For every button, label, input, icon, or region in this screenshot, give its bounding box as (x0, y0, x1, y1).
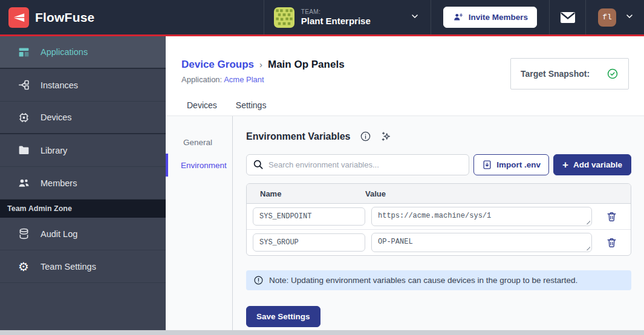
env-variables-table: Name Value https://acme.machine/sys/1 (246, 183, 631, 256)
horizontal-scrollbar[interactable] (0, 330, 644, 335)
flowfuse-logo[interactable]: FlowFuse (0, 0, 94, 34)
delete-variable-button[interactable] (598, 237, 625, 249)
table-header-row: Name Value (247, 184, 631, 204)
restart-note-text: Note: Updating environment variables can… (269, 276, 577, 285)
document-download-icon (482, 160, 492, 170)
notifications-button[interactable] (549, 0, 585, 34)
database-icon (17, 227, 30, 241)
subnav-item-environment[interactable]: Environment (166, 154, 232, 177)
sidebar-item-instances[interactable]: Instances (0, 69, 166, 102)
env-value-input[interactable]: https://acme.machine/sys/1 (371, 207, 592, 226)
user-initials: fl (602, 13, 612, 22)
users-icon (17, 177, 30, 190)
invite-members-label: Invite Members (469, 13, 528, 22)
env-value-field: OP-PANEL (371, 233, 592, 252)
team-label: TEAM: (301, 8, 371, 16)
top-header: FlowFuse (0, 0, 644, 34)
applications-icon (17, 45, 30, 59)
tab-devices[interactable]: Devices (186, 95, 218, 115)
instances-icon (17, 79, 30, 92)
env-value-field: https://acme.machine/sys/1 (371, 207, 592, 226)
user-menu[interactable]: fl (585, 0, 644, 34)
chevron-down-icon (410, 11, 420, 24)
sidebar-item-applications[interactable]: Applications (0, 36, 166, 69)
invite-members-button[interactable]: Invite Members (443, 7, 537, 28)
sidebar-nav: Applications Instances (0, 36, 166, 330)
search-icon (252, 158, 264, 171)
search-input[interactable] (246, 154, 469, 175)
plus-icon: + (562, 160, 568, 170)
breadcrumb-device-groups-link[interactable]: Device Groups (181, 59, 254, 71)
subnav-item-general[interactable]: General (166, 131, 232, 154)
flowfuse-logo-icon (8, 7, 29, 28)
sparkles-icon[interactable] (380, 131, 392, 142)
team-admin-zone-label: Team Admin Zone (7, 204, 72, 213)
section-heading: Environment Variables (246, 131, 351, 142)
env-value-input[interactable]: OP-PANEL (371, 233, 592, 252)
env-name-input[interactable] (253, 207, 365, 226)
breadcrumb-separator: › (259, 59, 262, 70)
env-name-input[interactable] (253, 233, 365, 252)
sidebar-item-library[interactable]: Library (0, 134, 166, 167)
sidebar-item-label: Audit Log (41, 229, 77, 239)
save-settings-button[interactable]: Save Settings (246, 306, 320, 327)
user-avatar: fl (598, 8, 616, 27)
sidebar-item-label: Members (41, 178, 77, 188)
sidebar-item-label: Team Settings (41, 262, 96, 272)
restart-note-banner: Note: Updating environment variables can… (246, 270, 631, 290)
import-env-button[interactable]: Import .env (473, 154, 549, 175)
sidebar-item-label: Devices (41, 112, 72, 122)
check-circle-icon[interactable] (607, 68, 619, 80)
sidebar-item-audit-log[interactable]: Audit Log (0, 218, 166, 250)
delete-variable-button[interactable] (598, 211, 625, 223)
application-label: Application: (181, 75, 222, 84)
team-name: Plant Enterprise (301, 16, 371, 26)
mail-icon (560, 11, 576, 24)
sidebar-item-label: Instances (41, 80, 78, 90)
sidebar-item-label: Applications (41, 47, 88, 57)
team-admin-zone-header: Team Admin Zone (0, 200, 166, 218)
chevron-down-icon (625, 11, 634, 24)
person-plus-icon (452, 12, 464, 22)
chip-icon (17, 111, 30, 124)
info-icon[interactable] (360, 131, 371, 142)
add-variable-button[interactable]: + Add variable (553, 154, 631, 175)
column-header-value: Value (365, 189, 631, 198)
exclamation-circle-icon (253, 275, 264, 285)
gear-icon: ⚙ (17, 260, 30, 273)
import-env-label: Import .env (496, 160, 541, 169)
page-title: Main Op Panels (268, 59, 345, 71)
page-tabs: Devices Settings (186, 95, 267, 115)
logo-text: FlowFuse (35, 10, 94, 25)
sidebar-item-team-settings[interactable]: ⚙ Team Settings (0, 250, 166, 283)
table-row: OP-PANEL (247, 229, 631, 255)
trash-icon (606, 237, 617, 249)
environment-panel: Environment Variables (233, 116, 644, 330)
target-snapshot-box: Target Snapshot: (510, 58, 629, 89)
sidebar-item-devices[interactable]: Devices (0, 102, 166, 134)
sidebar-item-label: Library (41, 146, 67, 155)
folder-icon (17, 144, 30, 157)
app-window: FlowFuse (0, 0, 644, 335)
column-header-name: Name (247, 189, 365, 198)
add-variable-label: Add variable (573, 160, 622, 169)
page-header: Device Groups › Main Op Panels Applicati… (166, 36, 644, 116)
target-snapshot-label: Target Snapshot: (521, 69, 590, 79)
tab-settings[interactable]: Settings (235, 95, 268, 115)
team-avatar (274, 7, 294, 28)
sidebar-item-members[interactable]: Members (0, 167, 166, 200)
application-link[interactable]: Acme Plant (224, 75, 264, 84)
team-selector[interactable]: TEAM: Plant Enterprise (264, 0, 431, 34)
settings-subnav: General Environment (166, 116, 233, 330)
table-row: https://acme.machine/sys/1 (247, 204, 631, 229)
trash-icon (606, 211, 617, 223)
